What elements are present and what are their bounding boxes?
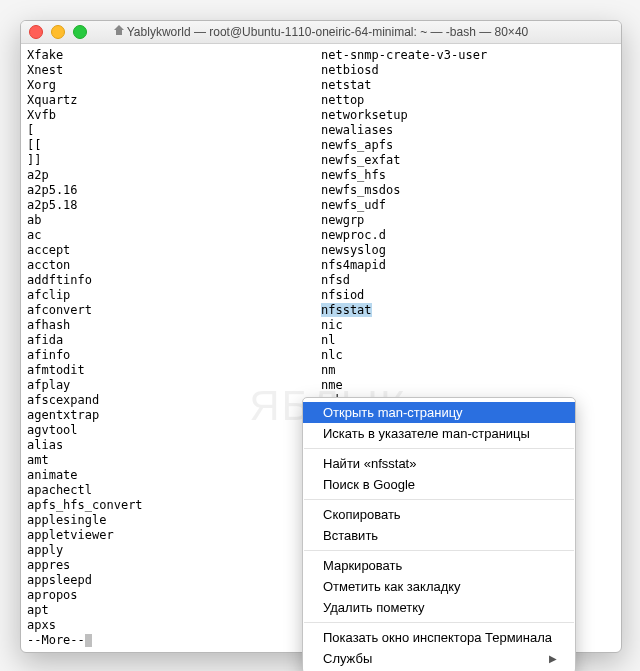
home-icon <box>114 26 124 35</box>
menu-mark[interactable]: Маркировать <box>303 555 575 576</box>
menu-remove-mark[interactable]: Удалить пометку <box>303 597 575 618</box>
command-list-col1: Xfake Xnest Xorg Xquartz Xvfb [ [[ ]] a2… <box>27 48 321 648</box>
menu-google-search[interactable]: Поиск в Google <box>303 474 575 495</box>
window-title: Yablykworld — root@Ubuntu-1110-oneiric-6… <box>21 25 621 39</box>
close-button[interactable] <box>29 25 43 39</box>
selected-text[interactable]: nfsstat <box>321 303 372 317</box>
cursor <box>85 634 92 647</box>
context-menu: Открыть man-страницу Искать в указателе … <box>302 397 576 671</box>
menu-show-inspector[interactable]: Показать окно инспектора Терминала <box>303 627 575 648</box>
menu-open-man-page[interactable]: Открыть man-страницу <box>303 402 575 423</box>
maximize-button[interactable] <box>73 25 87 39</box>
menu-services[interactable]: Службы ▶ <box>303 648 575 669</box>
submenu-arrow-icon: ▶ <box>549 650 557 667</box>
menu-paste[interactable]: Вставить <box>303 525 575 546</box>
titlebar[interactable]: Yablykworld — root@Ubuntu-1110-oneiric-6… <box>21 21 621 44</box>
menu-bookmark[interactable]: Отметить как закладку <box>303 576 575 597</box>
menu-search-man-index[interactable]: Искать в указателе man-страницы <box>303 423 575 444</box>
menu-copy[interactable]: Скопировать <box>303 504 575 525</box>
menu-find-selection[interactable]: Найти «nfsstat» <box>303 453 575 474</box>
minimize-button[interactable] <box>51 25 65 39</box>
